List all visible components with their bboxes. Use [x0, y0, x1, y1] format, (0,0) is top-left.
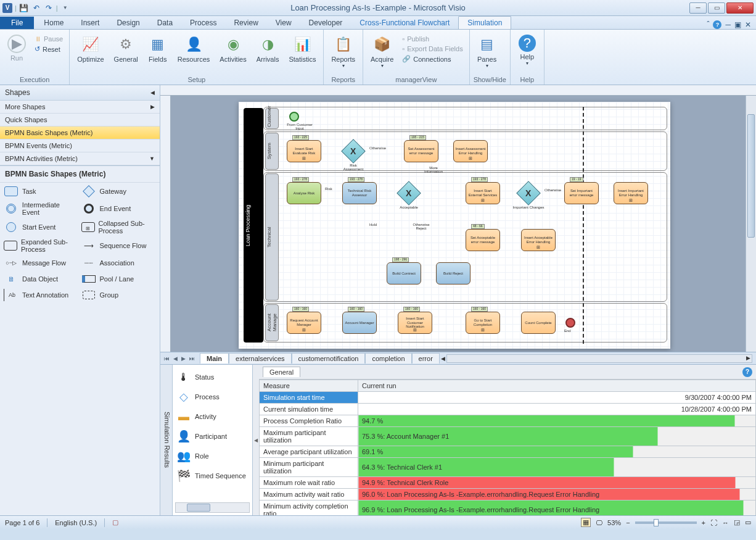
tab-developer[interactable]: Developer	[300, 17, 351, 29]
lane-label-customer[interactable]: Customer	[265, 108, 279, 129]
quick-shapes[interactable]: Quick Shapes	[0, 114, 160, 127]
node-analyse[interactable]: 193 - 278Analyse Risk	[287, 182, 321, 204]
shape-expanded-subprocess[interactable]: Expanded Sub-Process	[4, 238, 79, 253]
node-set-acceptable[interactable]: 48 - 66Set Acceptable error message	[466, 229, 500, 251]
scroll-thumb[interactable]	[747, 114, 755, 238]
mdi-restore-icon[interactable]: ▣	[734, 20, 741, 29]
pause-button[interactable]: ⏸Pause	[32, 35, 65, 43]
close-button[interactable]: ✕	[726, 2, 754, 14]
shape-end-event[interactable]: End Event	[81, 201, 157, 216]
table-row[interactable]: Maximum participant utilization75.3 %: A…	[260, 427, 756, 446]
canvas[interactable]: Loan Processing Customer System Technica…	[171, 96, 756, 352]
reports-button[interactable]: 📋Reports▾	[327, 33, 359, 70]
acquire-button[interactable]: 📦Acquire▾	[367, 33, 397, 70]
table-row[interactable]: Maximum role wait ratio94.9 %: Technical…	[260, 477, 756, 489]
run-button[interactable]: ▶Run	[4, 33, 30, 63]
language-indicator[interactable]: English (U.S.)	[55, 519, 97, 526]
panes-button[interactable]: ▤Panes▾	[474, 33, 501, 70]
tab-process[interactable]: Process	[181, 17, 225, 29]
fit-width-icon[interactable]: ↔	[722, 519, 729, 526]
tab-cross-functional[interactable]: Cross-Functional Flowchart	[351, 17, 458, 29]
zoom-in-icon[interactable]: +	[702, 519, 705, 526]
prev-page-icon[interactable]: ◀	[172, 355, 179, 362]
redo-icon[interactable]: ↷	[44, 3, 54, 13]
res-status[interactable]: 🌡Status	[175, 367, 250, 387]
shape-association[interactable]: ┈┈Association	[81, 257, 157, 269]
chevron-down-icon[interactable]: ▼	[149, 156, 155, 162]
shape-task[interactable]: Task	[4, 185, 79, 197]
connections-button[interactable]: 🔗Connections	[400, 54, 465, 64]
node-goto-completion[interactable]: 160 - 160Go to Start Completion	[466, 312, 500, 334]
table-row[interactable]: Current simulation time10/28/2007 4:00:0…	[260, 404, 756, 415]
table-row[interactable]: Maximum activity wait ratio96.0 %: Loan …	[260, 489, 756, 501]
tab-data[interactable]: Data	[149, 17, 181, 29]
page-tab-external[interactable]: externalservices	[229, 353, 291, 363]
fields-button[interactable]: ▦Fields	[144, 33, 171, 64]
node-set-assess-err[interactable]: 195 - 215Set Assessment error message	[404, 140, 438, 162]
minimize-button[interactable]: ─	[689, 2, 707, 14]
table-row[interactable]: Minimum participant utilization64.3 %: T…	[260, 458, 756, 477]
drawing-page[interactable]: Loan Processing Customer System Technica…	[239, 102, 670, 349]
node-insert-assess-err[interactable]: Insert Assessment Error Handling	[453, 140, 488, 162]
res-activity[interactable]: ▬Activity	[175, 407, 250, 426]
vertical-scrollbar[interactable]	[746, 96, 756, 352]
start-event[interactable]	[289, 112, 299, 122]
node-tech-assessor[interactable]: 193 - 278Technical Risk Assessor	[342, 182, 377, 204]
lane-label-account[interactable]: Account Manage	[265, 304, 279, 341]
col-measure[interactable]: Measure	[260, 380, 358, 392]
fit-page-icon[interactable]: ⛶	[710, 519, 717, 526]
last-page-icon[interactable]: ⏭	[188, 355, 196, 362]
res-role[interactable]: 👥Role	[175, 446, 250, 466]
help-button[interactable]: ?Help▾	[514, 33, 540, 67]
tab-scroll-right[interactable]: ▶	[746, 355, 750, 361]
arrivals-button[interactable]: ◑Arrivals	[253, 33, 283, 64]
help-icon[interactable]: ?	[713, 20, 721, 29]
node-req-acct-mgr[interactable]: 160 - 160Request Account Manager	[287, 312, 321, 334]
res-process[interactable]: ◇Process	[175, 387, 250, 407]
save-icon[interactable]: 💾	[19, 3, 29, 13]
visio-app-icon[interactable]: V	[2, 3, 12, 13]
stencil-bpmn-activities[interactable]: BPMN Activities (Metric)▼	[0, 152, 160, 165]
view-normal-icon[interactable]: ▦	[581, 518, 591, 527]
shape-sequence-flow[interactable]: ⟶Sequence Flow	[81, 238, 157, 253]
hscroll-thumb[interactable]	[187, 504, 210, 512]
shape-message-flow[interactable]: ○┄▷Message Flow	[4, 257, 79, 269]
shape-text-annotation[interactable]: AbText Annotation	[4, 289, 79, 301]
activities-button[interactable]: ◉Activities	[216, 33, 250, 64]
node-acct-mgr[interactable]: 160 - 160Account Manager	[342, 312, 377, 334]
more-shapes[interactable]: More Shapes▶	[0, 101, 160, 114]
mdi-minimize-icon[interactable]: ─	[725, 20, 731, 29]
mdi-close-icon[interactable]: ✕	[745, 20, 751, 29]
tab-file[interactable]: File	[0, 17, 34, 29]
first-page-icon[interactable]: ⏮	[163, 355, 171, 362]
table-row[interactable]: Average participant utilization69.1 %	[260, 446, 756, 458]
node-build-reject[interactable]: Build Reject	[436, 262, 470, 285]
next-page-icon[interactable]: ▶	[180, 355, 187, 362]
page-tab-customer[interactable]: customernotification	[292, 353, 366, 363]
page-tab-error[interactable]: error	[412, 353, 440, 363]
tab-scroll-left[interactable]: ◀	[441, 355, 445, 362]
export-button[interactable]: ▫Export Data Fields	[400, 44, 465, 53]
page-indicator[interactable]: Page 1 of 6	[5, 519, 39, 526]
res-participant[interactable]: 👤Participant	[175, 426, 250, 446]
tab-review[interactable]: Review	[225, 17, 266, 29]
node-set-important[interactable]: 19 - 19Set Important error message	[564, 182, 599, 204]
splitter-collapse[interactable]: ◀	[253, 365, 259, 515]
pan-zoom-icon[interactable]: ◲	[734, 518, 740, 526]
optimize-button[interactable]: 📈Optimize	[73, 33, 107, 64]
node-start-evaluate[interactable]: 193 - 225Insert Start Evaluate Risk	[287, 140, 321, 162]
res-timed[interactable]: 🏁Timed Sequence	[175, 466, 250, 486]
switch-windows-icon[interactable]: ▭	[745, 518, 751, 526]
ribbon-minimize-icon[interactable]: ˆ	[707, 20, 709, 29]
general-button[interactable]: ⚙General	[110, 33, 142, 64]
pool-label[interactable]: Loan Processing	[244, 108, 263, 343]
tab-home[interactable]: Home	[35, 17, 72, 29]
stencil-bpmn-events[interactable]: BPMN Events (Metric)	[0, 139, 160, 152]
results-side-tab[interactable]: Simulation Results	[160, 365, 173, 515]
maximize-button[interactable]: ▭	[708, 2, 725, 14]
h-scrollbar[interactable]: ▶	[446, 354, 752, 363]
node-cust-notif[interactable]: 160 - 160Insert Start Customer Notificat…	[398, 312, 432, 334]
zoom-slider[interactable]	[635, 521, 697, 524]
tab-insert[interactable]: Insert	[72, 17, 108, 29]
category-hscroll[interactable]	[175, 502, 250, 513]
